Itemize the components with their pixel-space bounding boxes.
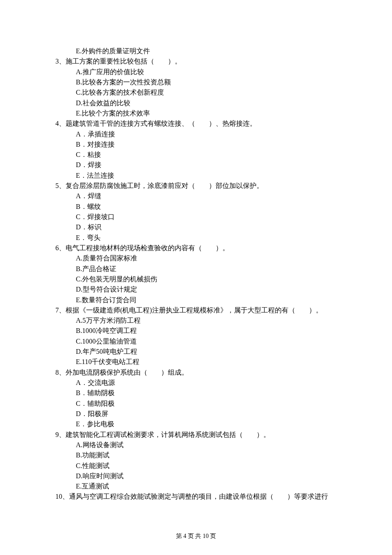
question-6: 6、电气工程接地材料的现场检查验收的内容有（ ）。A.质量符合国家标准B.产品合… [55,243,337,305]
option: C.外包装无明显的机械损伤 [76,274,337,284]
option: A.推广应用的价值比较 [76,67,337,77]
option: E．弯头 [76,233,337,243]
options-group: A.质量符合国家标准B.产品合格证C.外包装无明显的机械损伤D.型号符合设计规定… [55,253,337,305]
option: C．辅助阳极 [76,399,337,409]
question-stem: 6、电气工程接地材料的现场检查验收的内容有（ ）。 [55,243,337,253]
option: D.型号符合设计规定 [76,284,337,295]
option: D.社会效益的比较 [76,98,337,108]
question-8: 8、外加电流阴极保护系统由（ ）组成。A．交流电源B．辅助阴极C．辅助阳极D．阳… [55,367,337,430]
question-stem: 4、题建筑管道干管的连接方式有螺纹连接、（ ）、热熔接连。 [55,119,337,129]
option: C.1000公里输油管道 [76,336,337,347]
page-footer: 第 4 页 共 10 页 [0,532,392,541]
question-5: 5、复合层涂层防腐蚀施工时，涂底漆前应对（ ）部位加以保护。A．焊缝B．螺纹C．… [55,181,337,243]
option: D.年产50吨电炉工程 [76,347,337,357]
option: B.产品合格证 [76,264,337,274]
option: A.质量符合国家标准 [76,253,337,263]
option: A．承插连接 [76,129,337,139]
option: C.性能测试 [76,461,337,471]
question-7: 7、根据《一级建造师(机电工程)注册执业工程规模标准》，属于大型工程的有（ ）。… [55,305,337,367]
option: A.网络设备测试 [76,440,337,450]
option: D．标识 [76,222,337,232]
option: E．法兰连接 [76,171,337,181]
option: A．交流电源 [76,378,337,388]
questions-list: 3、施工方案的重要性比较包括（ ）。A.推广应用的价值比较B.比较各方案的一次性… [55,56,337,502]
options-group: A．交流电源B．辅助阴极C．辅助阳极D．阳极屏E．参比电极 [55,378,337,430]
option: E.互通测试 [76,481,337,491]
options-group: A.推广应用的价值比较B.比较各方案的一次性投资总额C.比较各方案的技术创新程度… [55,67,337,119]
option: E.比较个方案的技术效率 [76,108,337,119]
option: B．螺纹 [76,202,337,212]
question-stem: 7、根据《一级建造师(机电工程)注册执业工程规模标准》，属于大型工程的有（ ）。 [55,305,337,315]
option: E．参比电极 [76,419,337,429]
question-stem: 9、建筑智能化工程调试检测要求，计算机网络系统测试包括（ ）。 [55,430,337,440]
option: C．焊接坡口 [76,212,337,222]
question-3: 3、施工方案的重要性比较包括（ ）。A.推广应用的价值比较B.比较各方案的一次性… [55,56,337,119]
option: B．辅助阴极 [76,388,337,398]
options-group: A．承插连接B．对接连接C．粘接D．焊接E．法兰连接 [55,129,337,181]
option: A．焊缝 [76,191,337,201]
option: C．粘接 [76,150,337,160]
option: D．焊接 [76,160,337,170]
options-group: A.网络设备测试B.功能测试C.性能测试D.响应时间测试E.互通测试 [55,440,337,492]
option: B.功能测试 [76,450,337,460]
option: E.110千伏变电站工程 [76,357,337,367]
option: B．对接连接 [76,139,337,150]
question-stem: 3、施工方案的重要性比较包括（ ）。 [55,56,337,66]
option: D．阳极屏 [76,409,337,419]
question-stem: 8、外加电流阴极保护系统由（ ）组成。 [55,367,337,378]
option-prev-e: E.外购件的质量证明文件 [76,46,337,56]
option: B.1000冷吨空调工程 [76,326,337,336]
prev-question-options: E.外购件的质量证明文件 [55,46,337,56]
question-stem: 10、通风与空调工程综合效能试验测定与调整的项目，由建设单位根据（ ）等要求进行 [55,491,337,502]
question-10: 10、通风与空调工程综合效能试验测定与调整的项目，由建设单位根据（ ）等要求进行 [55,491,337,502]
question-stem: 5、复合层涂层防腐蚀施工时，涂底漆前应对（ ）部位加以保护。 [55,181,337,191]
options-group: A．焊缝B．螺纹C．焊接坡口D．标识E．弯头 [55,191,337,243]
option: A.5万平方米消防工程 [76,315,337,326]
question-9: 9、建筑智能化工程调试检测要求，计算机网络系统测试包括（ ）。A.网络设备测试B… [55,430,337,492]
question-4: 4、题建筑管道干管的连接方式有螺纹连接、（ ）、热熔接连。A．承插连接B．对接连… [55,119,337,181]
option: B.比较各方案的一次性投资总额 [76,77,337,87]
option: E.数量符合订货合同 [76,295,337,305]
page-container: E.外购件的质量证明文件 3、施工方案的重要性比较包括（ ）。A.推广应用的价值… [0,0,392,555]
options-group: A.5万平方米消防工程B.1000冷吨空调工程C.1000公里输油管道D.年产5… [55,315,337,367]
option: C.比较各方案的技术创新程度 [76,87,337,98]
option: D.响应时间测试 [76,471,337,481]
